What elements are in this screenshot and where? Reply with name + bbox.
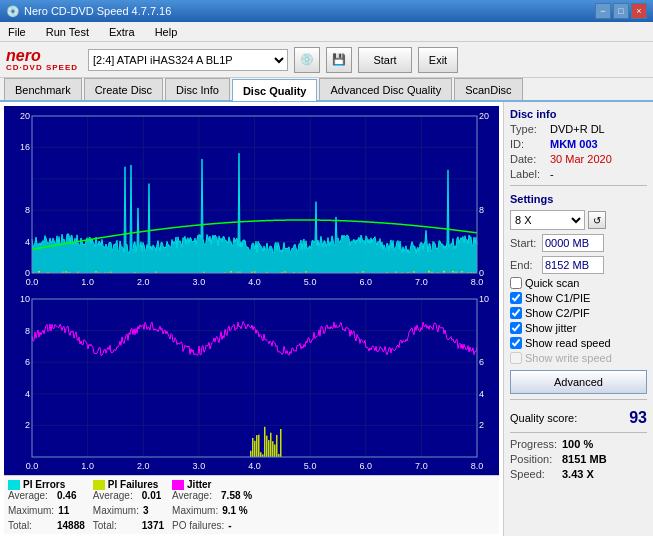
show-jitter-row: Show jitter bbox=[510, 322, 647, 334]
show-write-speed-row: Show write speed bbox=[510, 352, 647, 364]
legend-pi-failures: PI Failures Average: 0.01 Maximum: 3 Tot… bbox=[93, 479, 164, 531]
show-c2pif-label: Show C2/PIF bbox=[525, 307, 590, 319]
jitter-max-label: Maximum: bbox=[172, 505, 218, 516]
position-label: Position: bbox=[510, 453, 560, 465]
refresh-button[interactable]: ↺ bbox=[588, 211, 606, 229]
speed-row: 8 XMax4 X2 X1 X ↺ bbox=[510, 210, 647, 230]
menu-file[interactable]: File bbox=[4, 24, 30, 40]
show-c2pif-checkbox[interactable] bbox=[510, 307, 522, 319]
po-failures-value: - bbox=[228, 520, 231, 531]
main-content: PI Errors Average: 0.46 Maximum: 11 Tota… bbox=[0, 102, 653, 536]
menu-extra[interactable]: Extra bbox=[105, 24, 139, 40]
show-jitter-checkbox[interactable] bbox=[510, 322, 522, 334]
quick-scan-label: Quick scan bbox=[525, 277, 579, 289]
speed-row-info: Speed: 3.43 X bbox=[510, 468, 647, 480]
divider1 bbox=[510, 185, 647, 186]
type-value: DVD+R DL bbox=[550, 123, 605, 135]
show-read-speed-checkbox[interactable] bbox=[510, 337, 522, 349]
show-write-speed-checkbox bbox=[510, 352, 522, 364]
quick-scan-checkbox[interactable] bbox=[510, 277, 522, 289]
progress-row: Progress: 100 % bbox=[510, 438, 647, 450]
drive-select[interactable]: [2:4] ATAPI iHAS324 A BL1P bbox=[88, 49, 288, 71]
maximize-button[interactable]: □ bbox=[613, 3, 629, 19]
disc-label-row: Label: - bbox=[510, 168, 647, 180]
label-value: - bbox=[550, 168, 554, 180]
disc-type-row: Type: DVD+R DL bbox=[510, 123, 647, 135]
legend-jitter: Jitter Average: 7.58 % Maximum: 9.1 % PO… bbox=[172, 479, 252, 531]
settings-title: Settings bbox=[510, 193, 647, 205]
jitter-avg-value: 7.58 % bbox=[221, 490, 252, 501]
id-value: MKM 003 bbox=[550, 138, 598, 150]
quality-score-value: 93 bbox=[629, 409, 647, 427]
toolbar: nero CD·DVD SPEED [2:4] ATAPI iHAS324 A … bbox=[0, 42, 653, 78]
tab-create-disc[interactable]: Create Disc bbox=[84, 78, 163, 100]
start-label: Start: bbox=[510, 237, 540, 249]
pi-failures-title: PI Failures bbox=[108, 479, 159, 490]
disc-date-row: Date: 30 Mar 2020 bbox=[510, 153, 647, 165]
menu-run-test[interactable]: Run Test bbox=[42, 24, 93, 40]
pif-total-label: Total: bbox=[93, 520, 138, 531]
label-label: Label: bbox=[510, 168, 548, 180]
legend-pi-errors: PI Errors Average: 0.46 Maximum: 11 Tota… bbox=[8, 479, 85, 531]
close-button[interactable]: × bbox=[631, 3, 647, 19]
tab-benchmark[interactable]: Benchmark bbox=[4, 78, 82, 100]
nero-text: nero bbox=[6, 48, 78, 64]
quality-score-row: Quality score: 93 bbox=[510, 409, 647, 427]
position-value: 8151 MB bbox=[562, 453, 607, 465]
minimize-button[interactable]: − bbox=[595, 3, 611, 19]
date-value: 30 Mar 2020 bbox=[550, 153, 612, 165]
jitter-avg-label: Average: bbox=[172, 490, 217, 501]
speed-select[interactable]: 8 XMax4 X2 X1 X bbox=[510, 210, 585, 230]
show-read-speed-label: Show read speed bbox=[525, 337, 611, 349]
legend-area: PI Errors Average: 0.46 Maximum: 11 Tota… bbox=[4, 475, 499, 534]
date-label: Date: bbox=[510, 153, 548, 165]
tab-disc-info[interactable]: Disc Info bbox=[165, 78, 230, 100]
max-label: Maximum: bbox=[8, 505, 54, 516]
end-input[interactable] bbox=[542, 256, 604, 274]
show-write-speed-label: Show write speed bbox=[525, 352, 612, 364]
show-read-speed-row: Show read speed bbox=[510, 337, 647, 349]
start-button[interactable]: Start bbox=[358, 47, 412, 73]
menu-bar: File Run Test Extra Help bbox=[0, 22, 653, 42]
disc-info-title: Disc info bbox=[510, 108, 647, 120]
tab-advanced-disc-quality[interactable]: Advanced Disc Quality bbox=[319, 78, 452, 100]
divider2 bbox=[510, 399, 647, 400]
charts-area: PI Errors Average: 0.46 Maximum: 11 Tota… bbox=[0, 102, 504, 536]
tabs-bar: Benchmark Create Disc Disc Info Disc Qua… bbox=[0, 78, 653, 102]
start-mb-row: Start: bbox=[510, 234, 647, 252]
sidebar: Disc info Type: DVD+R DL ID: MKM 003 Dat… bbox=[504, 102, 653, 536]
show-c1pie-label: Show C1/PIE bbox=[525, 292, 590, 304]
show-c2pif-row: Show C2/PIF bbox=[510, 307, 647, 319]
show-jitter-label: Show jitter bbox=[525, 322, 576, 334]
end-label: End: bbox=[510, 259, 540, 271]
title-bar-text: Nero CD-DVD Speed 4.7.7.16 bbox=[24, 5, 171, 17]
pif-total-value: 1371 bbox=[142, 520, 164, 531]
tab-disc-quality[interactable]: Disc Quality bbox=[232, 79, 318, 101]
avg-value: 0.46 bbox=[57, 490, 76, 501]
id-label: ID: bbox=[510, 138, 548, 150]
tab-scan-disc[interactable]: ScanDisc bbox=[454, 78, 522, 100]
jitter-color bbox=[172, 480, 184, 490]
pif-avg-label: Average: bbox=[93, 490, 138, 501]
menu-help[interactable]: Help bbox=[151, 24, 182, 40]
exit-button[interactable]: Exit bbox=[418, 47, 458, 73]
show-c1pie-row: Show C1/PIE bbox=[510, 292, 647, 304]
title-bar: 💿 Nero CD-DVD Speed 4.7.7.16 − □ × bbox=[0, 0, 653, 22]
position-row: Position: 8151 MB bbox=[510, 453, 647, 465]
pi-errors-title: PI Errors bbox=[23, 479, 65, 490]
disc-icon-button[interactable]: 💿 bbox=[294, 47, 320, 73]
total-value: 14888 bbox=[57, 520, 85, 531]
avg-label: Average: bbox=[8, 490, 53, 501]
type-label: Type: bbox=[510, 123, 548, 135]
pif-max-value: 3 bbox=[143, 505, 149, 516]
show-c1pie-checkbox[interactable] bbox=[510, 292, 522, 304]
nero-logo: nero CD·DVD SPEED bbox=[6, 48, 78, 72]
jitter-chart bbox=[4, 291, 499, 475]
advanced-button[interactable]: Advanced bbox=[510, 370, 647, 394]
progress-value: 100 % bbox=[562, 438, 593, 450]
pif-max-label: Maximum: bbox=[93, 505, 139, 516]
start-input[interactable] bbox=[542, 234, 604, 252]
save-button[interactable]: 💾 bbox=[326, 47, 352, 73]
divider3 bbox=[510, 432, 647, 433]
app-icon: 💿 bbox=[6, 5, 20, 18]
